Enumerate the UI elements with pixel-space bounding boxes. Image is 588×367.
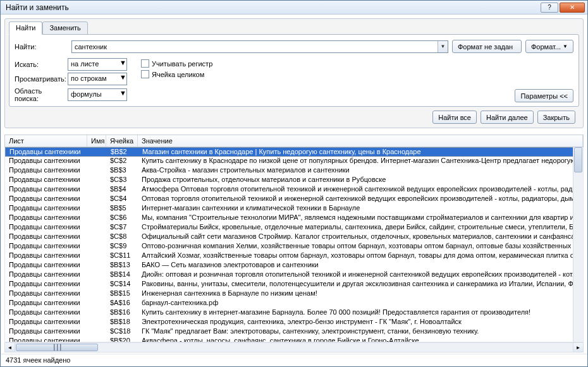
cell-name [87,166,106,176]
tab-find[interactable]: Найти [9,21,42,35]
find-next-button[interactable]: Найти далее [481,111,534,124]
scroll-thumb[interactable] [574,147,582,172]
search-input[interactable] [72,41,438,52]
vertical-scrollbar[interactable] [573,147,583,342]
search-input-combo[interactable]: ▼ [71,40,448,53]
table-row[interactable]: Продавцы сантехники$B$2Магазин сантехник… [5,147,583,157]
table-row[interactable]: Продавцы сантехники$C$6Мы, компания "Стр… [5,214,583,223]
table-row[interactable]: Продавцы сантехники$B$15Инженерная санте… [5,289,583,299]
table-body[interactable]: Продавцы сантехники$B$2Магазин сантехник… [4,147,584,342]
cell-sheet: Продавцы сантехники [5,270,87,280]
search-dir-select[interactable]: по строкам▼ [68,73,127,85]
col-value[interactable]: Значение [138,135,583,147]
close-window-button[interactable]: ✕ [560,3,585,13]
cell-value: ГК "Маяк" предлагает Вам: электротовары,… [138,327,583,337]
cell-name [87,242,106,251]
horizontal-scrollbar[interactable]: ◄ ┃┃┃ ► [4,342,584,352]
scroll-left-icon[interactable]: ◄ [5,343,15,352]
table-row[interactable]: Продавцы сантехники$C$3Продажа строитель… [5,176,583,185]
cell-value: Купить сантехнику в Краснодаре по низкой… [138,157,583,166]
search-scope-select[interactable]: формулы▼ [68,88,127,101]
cell-sheet: Продавцы сантехники [5,299,87,308]
table-row[interactable]: Продавцы сантехники$B$3Аква-Стройка - ма… [5,166,583,176]
table-row[interactable]: Продавцы сантехники$B$5Интернет-магазин … [5,204,583,214]
find-all-button[interactable]: Найти все [432,111,477,124]
table-row[interactable]: Продавцы сантехники$C$14Раковины, ванны,… [5,280,583,289]
chevron-down-icon[interactable]: ▼ [119,89,126,100]
cell-ref: $B$15 [106,289,138,299]
table-row[interactable]: Продавцы сантехники$A$16барнаул-сантехни… [5,299,583,308]
cell-name [87,232,106,242]
scroll-right-icon[interactable]: ► [573,343,583,352]
cell-sheet: Продавцы сантехники [5,327,87,337]
cell-ref: $B$20 [106,337,138,342]
table-row[interactable]: Продавцы сантехники$C$18ГК "Маяк" предла… [5,327,583,337]
table-row[interactable]: Продавцы сантехники$B$14Диойн: оптовая и… [5,270,583,280]
col-cell[interactable]: Ячейка [106,135,138,147]
cell-ref: $C$7 [106,223,138,232]
cell-value: барнаул-сантехника.рф [138,299,583,308]
cell-value: Аквасфера - котлы, насосы, санфаянс, сан… [138,337,583,342]
cell-name [87,214,106,223]
tab-replace[interactable]: Заменить [42,21,87,35]
checkbox-whole-cell[interactable]: Ячейка целиком [141,70,212,78]
cell-sheet: Продавцы сантехники [5,204,87,214]
cell-value: Купить сантехнику в интернет-магазине Ба… [138,308,583,318]
cell-ref: $B$3 [106,166,138,176]
table-row[interactable]: Продавцы сантехники$C$7Стройматериалы Би… [5,223,583,232]
col-name[interactable]: Имя [87,135,106,147]
label-search-dir: Просматривать: [15,75,68,83]
cell-sheet: Продавцы сантехники [5,232,87,242]
cell-ref: $B$4 [106,185,138,195]
cell-value: Официальный сайт сети магазинов Строймир… [138,232,583,242]
cell-ref: $C$6 [106,214,138,223]
scroll-thumb[interactable]: ┃┃┃ [16,344,98,351]
search-in-select[interactable]: на листе▼ [68,58,127,71]
titlebar: Найти и заменить ? ✕ [1,1,587,15]
cell-ref: $B$16 [106,308,138,318]
cell-value: Электротехническая продукция, сантехника… [138,318,583,327]
cell-value: Магазин сантехники в Краснодаре | Купить… [138,148,582,156]
cell-ref: $C$9 [106,242,138,251]
table-row[interactable]: Продавцы сантехники$B$20Аквасфера - котл… [5,337,583,342]
col-sheet[interactable]: Лист [5,135,87,147]
cell-name [87,337,106,342]
help-button[interactable]: ? [541,3,558,13]
table-row[interactable]: Продавцы сантехники$B$4Атмосфера Оптовая… [5,185,583,195]
chevron-down-icon[interactable]: ▼ [438,41,448,52]
close-button[interactable]: Закрыть [537,111,575,124]
chevron-down-icon[interactable]: ▼ [119,59,126,70]
cell-name [87,270,106,280]
cell-ref: $C$3 [106,176,138,185]
cell-ref: $B$14 [106,270,138,280]
window-title: Найти и заменить [3,3,539,12]
table-row[interactable]: Продавцы сантехники$C$8Официальный сайт … [5,232,583,242]
cell-ref: $B$2 [107,148,138,156]
table-row[interactable]: Продавцы сантехники$C$4Оптовая торговля … [5,195,583,204]
cell-sheet: Продавцы сантехники [5,157,87,166]
table-row[interactable]: Продавцы сантехники$B$13БАКО — Сеть мага… [5,261,583,270]
cell-ref: $C$18 [106,327,138,337]
table-row[interactable]: Продавцы сантехники$B$18Электротехническ… [5,318,583,327]
checkbox-match-case[interactable]: Учитывать регистр [141,59,212,68]
table-row[interactable]: Продавцы сантехники$C$11Алтайский Хозмаг… [5,251,583,261]
options-button[interactable]: Параметры << [515,89,573,102]
cell-sheet: Продавцы сантехники [5,195,87,204]
format-status-button[interactable]: Формат не задан [452,40,522,53]
cell-sheet: Продавцы сантехники [5,176,87,185]
cell-name [87,185,106,195]
table-row[interactable]: Продавцы сантехники$C$2Купить сантехнику… [5,157,583,166]
cell-value: Интернет-магазин сантехники и климатичес… [138,204,583,214]
cell-name [87,318,106,327]
format-button[interactable]: Формат... ▼ [525,40,573,53]
table-row[interactable]: Продавцы сантехники$C$9Оптово-розничная … [5,242,583,251]
cell-sheet: Продавцы сантехники [5,261,87,270]
cell-name [87,223,106,232]
cell-name [87,299,106,308]
table-row[interactable]: Продавцы сантехники$B$16Купить сантехник… [5,308,583,318]
chevron-down-icon[interactable]: ▼ [119,73,126,85]
results-table: Лист Имя Ячейка Значение Продавцы сантех… [4,135,584,342]
chevron-down-icon: ▼ [563,44,568,49]
cell-name [87,327,106,337]
tabs: Найти Заменить [9,21,579,34]
